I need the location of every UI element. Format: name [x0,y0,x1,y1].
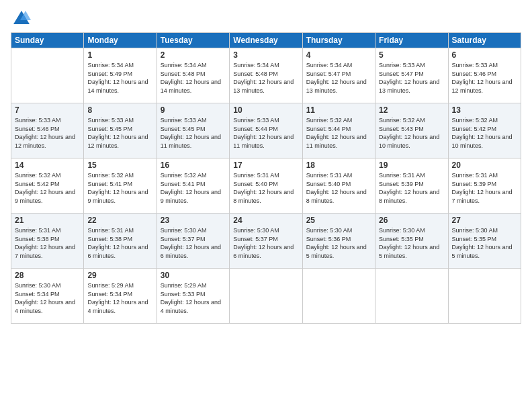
day-info: Sunrise: 5:30 AM Sunset: 5:35 PM Dayligh… [379,226,444,260]
day-info: Sunrise: 5:30 AM Sunset: 5:36 PM Dayligh… [306,226,371,260]
day-info: Sunrise: 5:32 AM Sunset: 5:41 PM Dayligh… [161,171,226,205]
day-number: 28 [15,271,80,280]
calendar-cell: 23 Sunrise: 5:30 AM Sunset: 5:37 PM Dayl… [157,214,229,269]
calendar-cell [448,269,521,324]
header-tuesday: Tuesday [157,33,229,48]
day-number: 17 [233,161,298,170]
header-friday: Friday [375,33,448,48]
calendar-week-row: 7 Sunrise: 5:33 AM Sunset: 5:46 PM Dayli… [11,103,521,158]
day-info: Sunrise: 5:33 AM Sunset: 5:46 PM Dayligh… [15,116,80,150]
day-number: 6 [452,50,517,60]
calendar-cell: 21 Sunrise: 5:31 AM Sunset: 5:38 PM Dayl… [11,214,84,269]
day-number: 23 [161,216,226,225]
calendar-cell: 1 Sunrise: 5:34 AM Sunset: 5:49 PM Dayli… [84,48,157,103]
day-number: 22 [87,216,152,225]
day-number: 11 [306,105,371,115]
calendar-cell [302,269,375,324]
calendar-cell: 25 Sunrise: 5:30 AM Sunset: 5:36 PM Dayl… [302,214,375,269]
calendar-cell: 22 Sunrise: 5:31 AM Sunset: 5:38 PM Dayl… [84,214,157,269]
day-info: Sunrise: 5:33 AM Sunset: 5:46 PM Dayligh… [452,61,517,95]
calendar-cell: 26 Sunrise: 5:30 AM Sunset: 5:35 PM Dayl… [375,214,448,269]
day-info: Sunrise: 5:29 AM Sunset: 5:34 PM Dayligh… [87,281,152,315]
header-thursday: Thursday [302,33,375,48]
day-number: 5 [379,50,444,60]
calendar-week-row: 28 Sunrise: 5:30 AM Sunset: 5:34 PM Dayl… [11,269,521,324]
calendar-cell: 30 Sunrise: 5:29 AM Sunset: 5:33 PM Dayl… [157,269,229,324]
day-number: 18 [306,161,371,170]
calendar-cell: 16 Sunrise: 5:32 AM Sunset: 5:41 PM Dayl… [157,158,229,214]
calendar-cell: 11 Sunrise: 5:32 AM Sunset: 5:44 PM Dayl… [302,103,375,158]
calendar-cell: 3 Sunrise: 5:34 AM Sunset: 5:48 PM Dayli… [230,48,302,103]
day-info: Sunrise: 5:31 AM Sunset: 5:38 PM Dayligh… [87,226,152,260]
day-info: Sunrise: 5:33 AM Sunset: 5:44 PM Dayligh… [233,116,298,150]
day-number: 14 [15,161,80,170]
day-info: Sunrise: 5:32 AM Sunset: 5:42 PM Dayligh… [15,171,80,205]
calendar-cell [375,269,448,324]
day-info: Sunrise: 5:34 AM Sunset: 5:47 PM Dayligh… [306,61,371,95]
calendar-cell: 29 Sunrise: 5:29 AM Sunset: 5:34 PM Dayl… [84,269,157,324]
day-info: Sunrise: 5:32 AM Sunset: 5:42 PM Dayligh… [452,116,517,150]
day-info: Sunrise: 5:34 AM Sunset: 5:48 PM Dayligh… [161,61,226,95]
calendar-cell: 28 Sunrise: 5:30 AM Sunset: 5:34 PM Dayl… [11,269,84,324]
header [11,7,521,28]
calendar-cell: 4 Sunrise: 5:34 AM Sunset: 5:47 PM Dayli… [302,48,375,103]
day-info: Sunrise: 5:31 AM Sunset: 5:39 PM Dayligh… [379,171,444,205]
calendar-cell: 27 Sunrise: 5:30 AM Sunset: 5:35 PM Dayl… [448,214,521,269]
header-monday: Monday [84,33,157,48]
calendar-table: SundayMondayTuesdayWednesdayThursdayFrid… [11,32,521,324]
day-info: Sunrise: 5:30 AM Sunset: 5:34 PM Dayligh… [15,281,80,315]
calendar-cell: 10 Sunrise: 5:33 AM Sunset: 5:44 PM Dayl… [230,103,302,158]
calendar-cell: 9 Sunrise: 5:33 AM Sunset: 5:45 PM Dayli… [157,103,229,158]
page: SundayMondayTuesdayWednesdayThursdayFrid… [0,0,532,411]
calendar-cell: 6 Sunrise: 5:33 AM Sunset: 5:46 PM Dayli… [448,48,521,103]
day-number: 25 [306,216,371,225]
day-info: Sunrise: 5:33 AM Sunset: 5:45 PM Dayligh… [161,116,226,150]
day-number: 1 [87,50,152,60]
calendar-cell: 2 Sunrise: 5:34 AM Sunset: 5:48 PM Dayli… [157,48,229,103]
calendar-cell: 13 Sunrise: 5:32 AM Sunset: 5:42 PM Dayl… [448,103,521,158]
day-info: Sunrise: 5:34 AM Sunset: 5:49 PM Dayligh… [87,61,152,95]
day-info: Sunrise: 5:31 AM Sunset: 5:40 PM Dayligh… [306,171,371,205]
day-info: Sunrise: 5:31 AM Sunset: 5:39 PM Dayligh… [452,171,517,205]
logo [11,9,31,28]
day-number: 15 [87,161,152,170]
calendar-header-row: SundayMondayTuesdayWednesdayThursdayFrid… [11,33,521,48]
calendar-cell [11,48,84,103]
day-info: Sunrise: 5:32 AM Sunset: 5:41 PM Dayligh… [87,171,152,205]
day-info: Sunrise: 5:32 AM Sunset: 5:44 PM Dayligh… [306,116,371,150]
calendar-cell: 20 Sunrise: 5:31 AM Sunset: 5:39 PM Dayl… [448,158,521,214]
day-number: 4 [306,50,371,60]
day-number: 19 [379,161,444,170]
day-number: 20 [452,161,517,170]
day-number: 9 [161,105,226,115]
calendar-cell: 5 Sunrise: 5:33 AM Sunset: 5:47 PM Dayli… [375,48,448,103]
calendar-cell: 7 Sunrise: 5:33 AM Sunset: 5:46 PM Dayli… [11,103,84,158]
day-info: Sunrise: 5:30 AM Sunset: 5:37 PM Dayligh… [161,226,226,260]
calendar-cell: 18 Sunrise: 5:31 AM Sunset: 5:40 PM Dayl… [302,158,375,214]
day-info: Sunrise: 5:33 AM Sunset: 5:45 PM Dayligh… [87,116,152,150]
day-info: Sunrise: 5:30 AM Sunset: 5:37 PM Dayligh… [233,226,298,260]
calendar-week-row: 21 Sunrise: 5:31 AM Sunset: 5:38 PM Dayl… [11,214,521,269]
logo-icon [12,9,31,28]
day-number: 10 [233,105,298,115]
day-number: 29 [87,271,152,280]
day-number: 30 [161,271,226,280]
header-sunday: Sunday [11,33,84,48]
calendar-week-row: 1 Sunrise: 5:34 AM Sunset: 5:49 PM Dayli… [11,48,521,103]
day-info: Sunrise: 5:33 AM Sunset: 5:47 PM Dayligh… [379,61,444,95]
day-number: 12 [379,105,444,115]
day-number: 26 [379,216,444,225]
day-number: 16 [161,161,226,170]
calendar-cell: 17 Sunrise: 5:31 AM Sunset: 5:40 PM Dayl… [230,158,302,214]
calendar-cell: 15 Sunrise: 5:32 AM Sunset: 5:41 PM Dayl… [84,158,157,214]
calendar-cell: 8 Sunrise: 5:33 AM Sunset: 5:45 PM Dayli… [84,103,157,158]
calendar-cell [230,269,302,324]
day-info: Sunrise: 5:31 AM Sunset: 5:38 PM Dayligh… [15,226,80,260]
day-number: 13 [452,105,517,115]
calendar-week-row: 14 Sunrise: 5:32 AM Sunset: 5:42 PM Dayl… [11,158,521,214]
day-number: 27 [452,216,517,225]
calendar-cell: 19 Sunrise: 5:31 AM Sunset: 5:39 PM Dayl… [375,158,448,214]
day-number: 24 [233,216,298,225]
day-number: 3 [233,50,298,60]
day-info: Sunrise: 5:29 AM Sunset: 5:33 PM Dayligh… [161,281,226,315]
